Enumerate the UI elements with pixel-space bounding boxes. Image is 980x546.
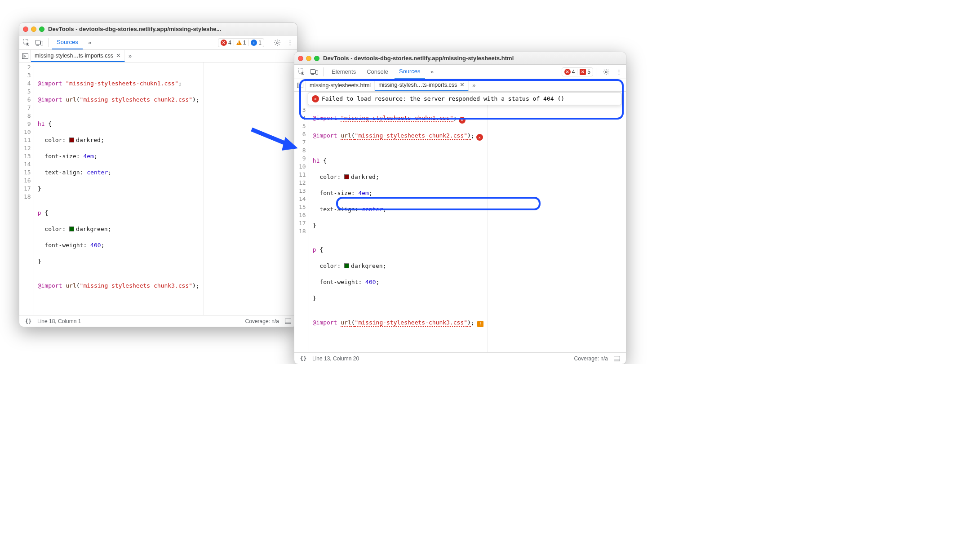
svg-rect-1 bbox=[35, 40, 40, 44]
code-editor[interactable]: ✕ Failed to load resource: the server re… bbox=[294, 92, 626, 352]
sources-tab[interactable]: Sources bbox=[52, 36, 83, 49]
maximize-window-button[interactable] bbox=[39, 27, 44, 32]
svg-rect-17 bbox=[614, 359, 620, 361]
format-icon[interactable]: {} bbox=[23, 316, 34, 327]
svg-rect-10 bbox=[310, 69, 315, 73]
line-error-icon[interactable]: ✕ bbox=[476, 134, 483, 141]
coverage-label: Coverage: n/a bbox=[574, 355, 608, 362]
svg-rect-12 bbox=[316, 70, 318, 74]
info-count: 1 bbox=[258, 40, 262, 46]
window-titlebar: DevTools - devtools-dbg-stories.netlify.… bbox=[19, 23, 297, 36]
color-swatch-icon[interactable] bbox=[344, 174, 349, 179]
kebab-menu-icon[interactable]: ⋮ bbox=[613, 67, 624, 77]
file-tab-html[interactable]: missing-stylesheets.html bbox=[306, 79, 375, 91]
coverage-label: Coverage: n/a bbox=[245, 318, 279, 324]
issue-icon: ✕ bbox=[580, 69, 586, 75]
code-lines[interactable]: @import "missing-stylesheets-chukn1.css"… bbox=[34, 62, 203, 315]
cursor-position: Line 18, Column 1 bbox=[37, 318, 81, 324]
sources-tab[interactable]: Sources bbox=[395, 65, 425, 79]
svg-rect-2 bbox=[36, 45, 39, 46]
device-toolbar-icon[interactable] bbox=[309, 67, 319, 77]
close-window-button[interactable] bbox=[298, 56, 303, 61]
svg-rect-6 bbox=[22, 53, 24, 58]
code-lines[interactable]: @import "missing-stylesheets-chukn1.css"… bbox=[309, 105, 487, 352]
file-tab-label: missing-stylesheets.html bbox=[310, 82, 371, 89]
line-gutter: 23456789101112131415161718 bbox=[19, 62, 34, 315]
svg-rect-15 bbox=[297, 83, 299, 88]
file-tab-label: missing-stylesh…ts-imports.css bbox=[35, 53, 113, 59]
close-tab-icon[interactable]: ✕ bbox=[116, 52, 121, 59]
inspect-element-icon[interactable] bbox=[296, 67, 307, 77]
minimize-window-button[interactable] bbox=[306, 56, 311, 61]
color-swatch-icon[interactable] bbox=[344, 263, 349, 268]
tooltip-text: Failed to load resource: the server resp… bbox=[322, 95, 564, 103]
drawer-toggle-icon[interactable] bbox=[612, 353, 622, 364]
line-warning-icon[interactable]: ! bbox=[477, 321, 483, 327]
device-toolbar-icon[interactable] bbox=[34, 37, 44, 48]
svg-rect-11 bbox=[311, 74, 314, 75]
svg-rect-3 bbox=[41, 41, 43, 45]
maximize-window-button[interactable] bbox=[314, 56, 319, 61]
svg-point-4 bbox=[276, 42, 278, 44]
error-count: 4 bbox=[572, 69, 575, 75]
error-icon: ✕ bbox=[221, 40, 227, 46]
more-file-tabs-icon[interactable]: » bbox=[469, 82, 479, 89]
error-count: 4 bbox=[228, 40, 231, 46]
svg-point-13 bbox=[605, 71, 607, 73]
svg-rect-8 bbox=[285, 322, 291, 324]
kebab-menu-icon[interactable]: ⋮ bbox=[284, 37, 295, 48]
file-tab[interactable]: missing-stylesh…ts-imports.css ✕ bbox=[31, 50, 125, 62]
settings-gear-icon[interactable] bbox=[272, 37, 283, 48]
error-icon: ✕ bbox=[564, 69, 571, 75]
color-swatch-icon[interactable] bbox=[69, 226, 74, 231]
cursor-position: Line 13, Column 20 bbox=[312, 355, 359, 362]
issue-count: 5 bbox=[587, 69, 590, 75]
drawer-toggle-icon[interactable] bbox=[283, 316, 293, 327]
info-icon: i bbox=[251, 40, 257, 46]
warning-icon bbox=[236, 40, 242, 45]
file-tab-label: missing-stylesh…ts-imports.css bbox=[378, 82, 457, 88]
close-window-button[interactable] bbox=[23, 27, 28, 32]
issues-badges[interactable]: ✕4 ✕5 bbox=[562, 67, 593, 76]
inspect-element-icon[interactable] bbox=[21, 37, 32, 48]
error-icon: ✕ bbox=[312, 95, 319, 102]
navigator-toggle-icon[interactable] bbox=[19, 50, 31, 62]
code-editor[interactable]: 23456789101112131415161718 @import "miss… bbox=[19, 62, 297, 315]
window-titlebar: DevTools - devtools-dbg-stories.netlify.… bbox=[294, 52, 626, 65]
error-tooltip: ✕ Failed to load resource: the server re… bbox=[308, 93, 621, 105]
more-tabs-icon[interactable]: » bbox=[84, 37, 95, 48]
window-title: DevTools - devtools-dbg-stories.netlify.… bbox=[323, 55, 514, 62]
settings-gear-icon[interactable] bbox=[601, 67, 612, 77]
issues-badges[interactable]: ✕4 1 i1 bbox=[218, 38, 264, 47]
console-tab[interactable]: Console bbox=[362, 65, 393, 79]
navigator-toggle-icon[interactable] bbox=[294, 79, 306, 91]
elements-tab[interactable]: Elements bbox=[327, 65, 360, 79]
file-tab-css[interactable]: missing-stylesh…ts-imports.css ✕ bbox=[375, 79, 469, 91]
warning-count: 1 bbox=[243, 40, 246, 46]
color-swatch-icon[interactable] bbox=[69, 138, 74, 142]
arrow-annotation bbox=[249, 126, 299, 155]
minimize-window-button[interactable] bbox=[31, 27, 36, 32]
format-icon[interactable]: {} bbox=[298, 353, 309, 364]
more-tabs-icon[interactable]: » bbox=[427, 67, 438, 77]
more-file-tabs-icon[interactable]: » bbox=[125, 53, 135, 59]
line-error-icon[interactable]: ✕ bbox=[459, 117, 466, 124]
close-tab-icon[interactable]: ✕ bbox=[460, 81, 465, 88]
window-title: DevTools - devtools-dbg-stories.netlify.… bbox=[48, 26, 221, 32]
